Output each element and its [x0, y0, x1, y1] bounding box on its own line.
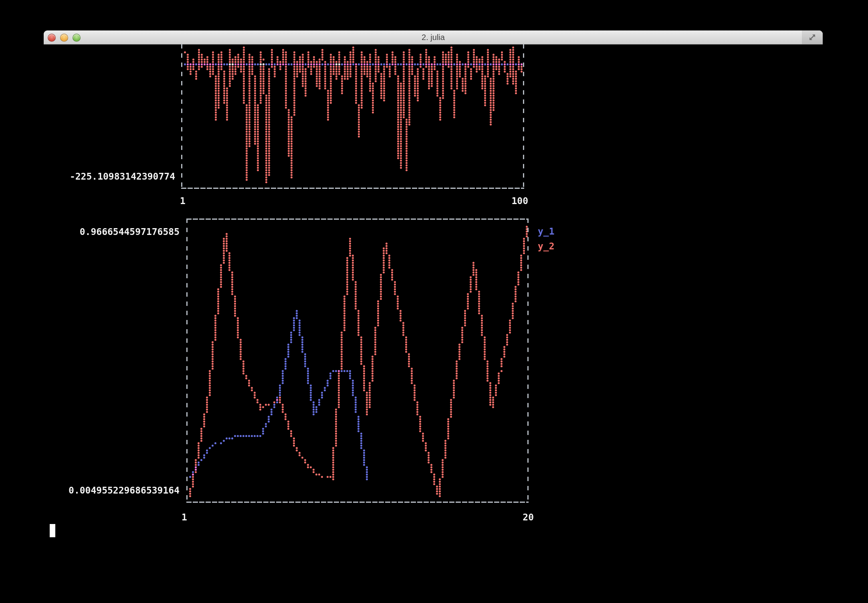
- desktop-background: 2. julia -225.10983142390774 1 100 0.966…: [0, 0, 868, 603]
- plot1-xtick-max: 100: [494, 196, 528, 206]
- window-title: 2. julia: [44, 33, 823, 42]
- close-button[interactable]: [48, 34, 56, 42]
- expand-arrows-icon: [808, 33, 816, 41]
- plot2-ymin-label: 0.004955229686539164: [69, 485, 180, 496]
- terminal-cursor: [50, 524, 55, 537]
- plot1-bottom-border: [181, 188, 524, 189]
- plot2-ymax-label: 0.9666544597176585: [73, 227, 180, 237]
- plot2-xtick-min: 1: [182, 512, 187, 522]
- plot2-xtick-max: 20: [500, 512, 534, 522]
- minimize-button[interactable]: [60, 34, 68, 42]
- plot2-canvas: [186, 219, 529, 503]
- legend-item-y2: y_2: [538, 241, 555, 251]
- legend-item-y1: y_1: [538, 226, 555, 237]
- plot1-ymin-label: -225.10983142390774: [69, 171, 175, 182]
- plot1-xtick-min: 1: [180, 196, 186, 206]
- fullscreen-button[interactable]: [802, 30, 823, 44]
- titlebar[interactable]: 2. julia: [44, 30, 823, 45]
- zoom-button[interactable]: [73, 34, 81, 42]
- plot1-canvas: [181, 44, 524, 188]
